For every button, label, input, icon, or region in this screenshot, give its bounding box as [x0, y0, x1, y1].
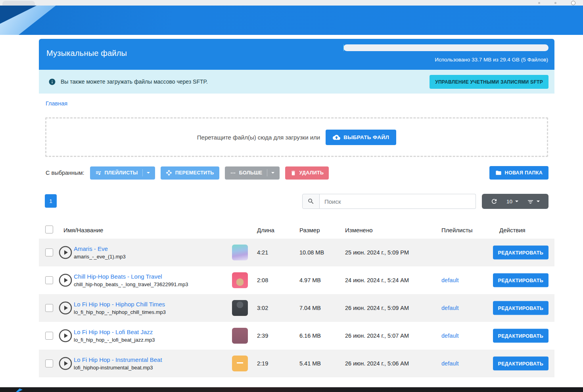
footer-logo: [16, 388, 23, 392]
bulk-actions-row: С выбранным: ПЛЕЙЛИСТЫ ПЕРЕМЕСТИТЬ БОЛЬШ…: [46, 166, 548, 180]
edit-button[interactable]: РЕДАКТИРОВАТЬ: [493, 246, 548, 260]
choose-file-label: ВЫБРАТЬ ФАЙЛ: [343, 134, 389, 140]
file-title-block: Amaris - Eve amaris_-_eve_(1).mp3: [74, 245, 126, 260]
move-icon: [166, 170, 172, 176]
album-art: [232, 272, 248, 288]
breadcrumb-home-link[interactable]: Главная: [46, 100, 67, 107]
search-group: [302, 194, 476, 209]
row-checkbox[interactable]: [45, 304, 53, 312]
cloud-upload-icon: [333, 134, 340, 141]
duration-cell: 3:02: [257, 305, 268, 311]
file-title-block: Lo Fi Hip Hop - Hiphop Chill Times lo_fi…: [74, 301, 166, 315]
row-checkbox[interactable]: [45, 359, 53, 367]
dropzone-text: Перетащите файл(ы) сюда для загрузки или: [197, 134, 320, 141]
select-all-checkbox[interactable]: [45, 226, 53, 233]
playlists-label: ПЛЕЙЛИСТЫ: [105, 170, 138, 176]
pagination-page-button[interactable]: 1: [45, 194, 57, 208]
column-header-playlists: Плейлисты: [441, 226, 473, 233]
edit-button[interactable]: РЕДАКТИРОВАТЬ: [493, 329, 548, 343]
playlist-link[interactable]: default: [441, 305, 459, 311]
play-button[interactable]: [58, 245, 73, 260]
trash-icon: [290, 170, 296, 176]
playlist-link[interactable]: default: [441, 360, 459, 367]
storage-progress-bar: [343, 44, 548, 51]
playlist-link[interactable]: default: [441, 277, 459, 283]
info-icon: [48, 78, 56, 86]
table-row: Lo Fi Hip Hop - Lofi Beat Jazz lo_fi_hip…: [39, 322, 554, 350]
file-title-link[interactable]: Lo Fi Hip Hop - Hiphop Chill Times: [74, 301, 166, 308]
table-options-toolbar: 10: [482, 194, 548, 209]
play-icon: [58, 356, 73, 371]
album-art: [232, 356, 248, 371]
storage-progress-fill: [343, 44, 344, 51]
file-title-block: Lo Fi Hip Hop - Lofi Beat Jazz lo_fi_hip…: [74, 329, 155, 343]
browser-tab[interactable]: [2, 1, 35, 6]
table-row: Amaris - Eve amaris_-_eve_(1).mp3 4:21 1…: [39, 239, 554, 266]
column-header-size: Размер: [299, 226, 320, 233]
delete-button[interactable]: УДАЛИТЬ: [285, 166, 329, 180]
browser-chrome: [0, 0, 583, 6]
file-name: lofi_hiphop-instrumental_beat.mp3: [74, 365, 162, 371]
column-header-modified: Изменено: [345, 226, 373, 233]
chevron-down-icon: [267, 169, 274, 176]
column-header-actions: Действия: [499, 226, 525, 233]
row-checkbox[interactable]: [45, 249, 53, 256]
page-title: Музыкальные файлы: [46, 49, 127, 58]
modified-cell: 24 июн. 2024 г., 5:24 AM: [345, 277, 409, 283]
upload-dropzone[interactable]: Перетащите файл(ы) сюда для загрузки или…: [45, 117, 548, 157]
sort-icon: [527, 198, 534, 205]
refresh-button[interactable]: [491, 198, 498, 205]
duration-cell: 4:21: [257, 249, 268, 256]
panel-header: Музыкальные файлы Использовано 33.7 MB и…: [39, 39, 554, 70]
album-art: [232, 328, 248, 344]
play-button[interactable]: [58, 329, 73, 343]
play-button[interactable]: [58, 273, 73, 287]
browser-profile-icon[interactable]: [571, 1, 575, 5]
choose-file-button[interactable]: ВЫБРАТЬ ФАЙЛ: [326, 130, 396, 145]
browser-icon[interactable]: [554, 2, 556, 4]
file-title-block: Chill Hip-Hop Beats - Long Travel chill_…: [74, 273, 188, 287]
size-cell: 5.41 MB: [299, 360, 321, 367]
size-cell: 7.04 MB: [299, 305, 321, 311]
table-row: Lo Fi Hip Hop - Hiphop Chill Times lo_fi…: [39, 294, 554, 322]
refresh-icon: [491, 198, 498, 205]
move-button[interactable]: ПЕРЕМЕСТИТЬ: [161, 166, 219, 180]
sort-dropdown[interactable]: [527, 198, 540, 205]
file-title-link[interactable]: Chill Hip-Hop Beats - Long Travel: [74, 273, 188, 280]
manage-sftp-accounts-button[interactable]: УПРАВЛЕНИЕ УЧЕТНЫМИ ЗАПИСЯМИ SFTP: [430, 75, 548, 89]
row-checkbox[interactable]: [45, 332, 53, 340]
browser-icon[interactable]: [538, 2, 540, 4]
new-folder-button[interactable]: НОВАЯ ПАПКА: [489, 166, 548, 180]
file-name: lo_fi_hip_hop_-_hiphop_chill_times.mp3: [74, 309, 166, 315]
chevron-down-icon: [142, 169, 150, 176]
edit-button[interactable]: РЕДАКТИРОВАТЬ: [493, 273, 548, 287]
folder-icon: [495, 170, 502, 176]
playlist-icon: [95, 170, 102, 176]
playlist-link[interactable]: default: [441, 333, 459, 339]
file-title-link[interactable]: Lo Fi Hip Hop - Lofi Beat Jazz: [74, 329, 155, 335]
screen: Музыкальные файлы Использовано 33.7 MB и…: [0, 0, 583, 392]
size-cell: 6.16 MB: [299, 333, 321, 339]
play-icon: [58, 329, 73, 343]
sftp-info-text: Вы также можете загружать файлы массово …: [61, 78, 208, 85]
storage-usage-text: Использовано 33.7 MB из 29.4 GB (5 Файло…: [435, 57, 548, 63]
play-button[interactable]: [58, 301, 73, 315]
per-page-dropdown[interactable]: 10: [506, 199, 518, 205]
play-icon: [58, 245, 73, 260]
more-button[interactable]: БОЛЬШЕ: [225, 166, 280, 180]
edit-button[interactable]: РЕДАКТИРОВАТЬ: [493, 301, 548, 315]
move-label: ПЕРЕМЕСТИТЬ: [175, 170, 214, 176]
play-button[interactable]: [58, 356, 73, 371]
new-folder-label: НОВАЯ ПАПКА: [505, 170, 543, 176]
file-title-link[interactable]: Lo Fi Hip Hop - Instrumental Beat: [74, 356, 162, 363]
edit-button[interactable]: РЕДАКТИРОВАТЬ: [493, 357, 548, 371]
row-checkbox[interactable]: [45, 276, 53, 284]
modified-cell: 26 июн. 2024 г., 5:09 AM: [345, 305, 409, 311]
site-banner: [0, 6, 583, 35]
file-title-link[interactable]: Amaris - Eve: [74, 245, 126, 252]
search-input[interactable]: [320, 194, 476, 209]
file-name: lo_fi_hip_hop_-_lofi_beat_jazz.mp3: [74, 337, 155, 343]
playlists-button[interactable]: ПЛЕЙЛИСТЫ: [90, 166, 155, 180]
chevron-down-icon: [515, 201, 518, 202]
album-art: [232, 245, 248, 260]
